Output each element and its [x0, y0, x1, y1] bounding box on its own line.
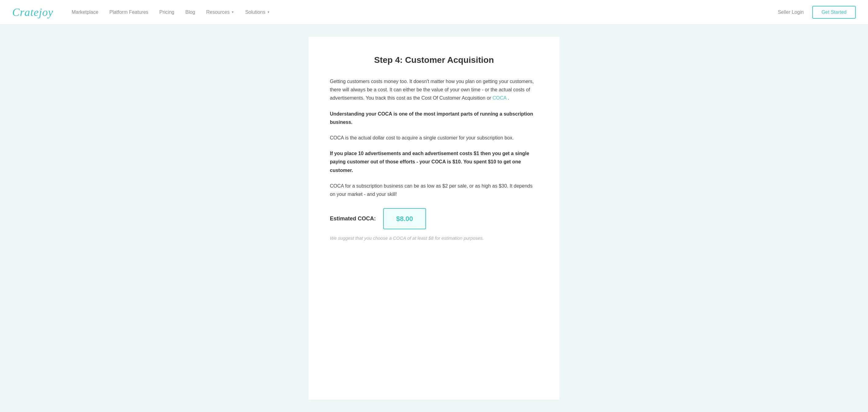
estimated-coca-row: Estimated COCA: $8.00: [330, 208, 538, 229]
paragraph-5: COCA for a subscription business can be …: [330, 182, 538, 198]
seller-login-link[interactable]: Seller Login: [778, 9, 804, 15]
coca-link[interactable]: COCA: [493, 95, 506, 100]
paragraph-3: COCA is the actual dollar cost to acquir…: [330, 134, 538, 142]
page-wrapper: Step 4: Customer Acquisition Getting cus…: [0, 25, 868, 412]
navbar: Cratejoy Marketplace Platform Features P…: [0, 0, 868, 25]
estimated-coca-value: $8.00: [383, 208, 426, 229]
step-title: Step 4: Customer Acquisition: [330, 55, 538, 65]
para4-bold: If you place 10 advertisements and each …: [330, 151, 529, 173]
logo-text: Cratejoy: [12, 6, 53, 19]
solutions-dropdown-arrow: ▼: [267, 10, 270, 14]
para1-text-2: .: [506, 95, 509, 100]
content-card: Step 4: Customer Acquisition Getting cus…: [308, 37, 560, 400]
nav-actions: Seller Login Get Started: [778, 6, 856, 19]
nav-platform-features[interactable]: Platform Features: [109, 9, 148, 15]
resources-dropdown-arrow: ▼: [231, 10, 234, 14]
nav-solutions[interactable]: Solutions ▼: [245, 9, 270, 15]
get-started-button[interactable]: Get Started: [812, 6, 856, 19]
nav-links: Marketplace Platform Features Pricing Bl…: [72, 9, 778, 15]
nav-pricing[interactable]: Pricing: [159, 9, 174, 15]
paragraph-4: If you place 10 advertisements and each …: [330, 149, 538, 174]
suggestion-text: We suggest that you choose a COCA of at …: [330, 234, 538, 242]
paragraph-1: Getting customers costs money too. It do…: [330, 77, 538, 102]
nav-blog[interactable]: Blog: [185, 9, 195, 15]
nav-resources[interactable]: Resources ▼: [206, 9, 234, 15]
estimated-coca-label: Estimated COCA:: [330, 214, 376, 224]
logo[interactable]: Cratejoy: [12, 6, 53, 19]
para2-bold: Understanding your COCA is one of the mo…: [330, 111, 533, 125]
paragraph-2: Understanding your COCA is one of the mo…: [330, 110, 538, 126]
content-body: Getting customers costs money too. It do…: [330, 77, 538, 242]
nav-marketplace[interactable]: Marketplace: [72, 9, 98, 15]
